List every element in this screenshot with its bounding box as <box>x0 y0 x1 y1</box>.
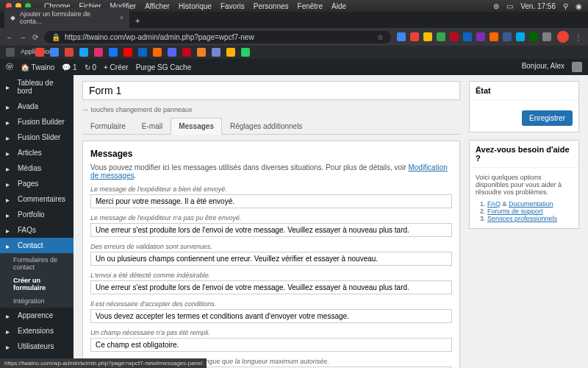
sidebar-item-commentaires[interactable]: ▸Commentaires <box>0 191 74 207</box>
bookmark-icon[interactable] <box>79 48 88 57</box>
star-icon[interactable]: ☆ <box>377 33 384 41</box>
ext-icon[interactable] <box>463 32 472 41</box>
sidebar-item-faqs[interactable]: ▸FAQs <box>0 222 74 238</box>
new-tab-button[interactable]: + <box>129 13 146 28</box>
help-link-item: Forums de support <box>487 208 573 215</box>
field-input[interactable] <box>90 223 452 237</box>
field-input[interactable] <box>90 309 452 323</box>
sidebar-item-fusion-slider[interactable]: ▸Fusion Slider <box>0 130 74 145</box>
ext-icon[interactable] <box>423 32 432 41</box>
ext-icon[interactable] <box>490 32 498 41</box>
bookmark-icon[interactable] <box>50 48 59 57</box>
siri-icon[interactable]: ◉ <box>576 2 582 10</box>
field-input[interactable] <box>90 194 452 208</box>
sidebar-item-apparence[interactable]: ▸Apparence <box>0 308 74 323</box>
sidebar-item-label: Pages <box>18 180 38 188</box>
tab-réglages-additionnels[interactable]: Réglages additionnels <box>222 118 310 134</box>
menu-item[interactable]: Personnes <box>254 2 289 10</box>
purge-cache-link[interactable]: Purge SG Cache <box>136 63 192 71</box>
ext-icon[interactable] <box>450 32 459 41</box>
bookmarks-label[interactable]: Applications <box>21 48 29 57</box>
ext-icon[interactable] <box>476 32 485 41</box>
message-field: Le message de l'expéditeur n'a pas pu êt… <box>90 214 452 237</box>
tab-messages[interactable]: Messages <box>171 118 222 135</box>
sidebar-item-label: Avada <box>18 102 38 110</box>
ext-icon[interactable] <box>437 32 445 41</box>
ext-icon[interactable] <box>410 32 419 41</box>
bookmark-icon[interactable] <box>241 48 250 57</box>
bookmark-icon[interactable] <box>168 48 176 57</box>
comments-link[interactable]: 💬 1 <box>62 63 76 71</box>
faq-icon: ▸ <box>6 227 13 234</box>
sidebar-item-extensions[interactable]: ▸Extensions <box>0 323 74 339</box>
updates-link[interactable]: ↻ 0 <box>85 63 96 71</box>
bookmark-icon[interactable] <box>197 48 206 57</box>
site-link[interactable]: 🏠 Twaino <box>21 63 54 71</box>
field-input[interactable] <box>90 280 452 294</box>
menu-item[interactable]: Historique <box>179 2 212 10</box>
address-bar[interactable]: 🔒 https://twaino.com/wp-admin/admin.php?… <box>44 31 391 43</box>
bookmark-icon[interactable] <box>226 48 235 57</box>
ext-icon[interactable] <box>397 32 406 41</box>
help-link[interactable]: Services professionnels <box>487 215 557 222</box>
field-label: Des erreurs de validation sont survenues… <box>90 243 452 250</box>
avatar[interactable] <box>572 62 582 72</box>
reload-button[interactable]: ⟳ <box>32 33 38 41</box>
battery-icon[interactable]: ▭ <box>506 2 513 10</box>
bookmark-icon[interactable] <box>153 48 162 57</box>
close-tab-icon[interactable]: × <box>120 14 123 21</box>
sidebar-subitem[interactable]: Intégration <box>0 294 74 308</box>
tab-e-mail[interactable]: E-mail <box>134 118 171 134</box>
sidebar-item-articles[interactable]: ▸Articles <box>0 145 74 160</box>
sidebar-item-médias[interactable]: ▸Médias <box>0 160 74 176</box>
form-title-input[interactable] <box>82 81 460 100</box>
sidebar-subitem[interactable]: Formulaires de contact <box>0 253 74 274</box>
ext-icon[interactable] <box>529 32 538 41</box>
sidebar-item-contact[interactable]: ▸Contact <box>0 238 74 253</box>
sidebar-subitem[interactable]: Créer un formulaire <box>0 274 74 294</box>
field-input[interactable] <box>90 252 452 266</box>
ext-icon[interactable] <box>542 32 551 41</box>
sidebar-item-label: Fusion Slider <box>18 133 60 141</box>
save-button[interactable]: Enregistrer <box>522 110 573 126</box>
chrome-menu-icon[interactable]: ⋮ <box>575 33 582 41</box>
fs-icon: ▸ <box>6 134 13 141</box>
menu-item[interactable]: Aide <box>331 2 346 10</box>
menu-item[interactable]: Fenêtre <box>298 2 323 10</box>
help-box: Avez-vous besoin d'aide ? Voici quelques… <box>469 140 579 229</box>
brush-icon: ▸ <box>6 312 13 319</box>
sidebar-item-portfolio[interactable]: ▸Portfolio <box>0 207 74 222</box>
apps-icon[interactable] <box>6 48 15 57</box>
bookmark-icon[interactable] <box>35 48 44 57</box>
field-input[interactable] <box>90 338 452 352</box>
wifi-icon[interactable]: ⊚ <box>493 2 499 10</box>
back-button[interactable]: ← <box>6 33 13 41</box>
ext-icon[interactable] <box>503 32 512 41</box>
new-link[interactable]: + Créer <box>104 63 129 71</box>
ext-icon[interactable] <box>516 32 525 41</box>
bookmark-icon[interactable] <box>123 48 132 57</box>
greeting[interactable]: Bonjour, Alex <box>522 62 564 72</box>
menu-item[interactable]: Favoris <box>220 2 245 10</box>
bookmark-icon[interactable] <box>94 48 103 57</box>
menu-item[interactable]: Afficher <box>145 2 170 10</box>
bookmark-icon[interactable] <box>65 48 74 57</box>
wp-logo-icon[interactable]: ⓦ <box>6 62 13 72</box>
forward-button[interactable]: → <box>19 33 26 41</box>
bookmark-icon[interactable] <box>212 48 220 57</box>
bookmark-icon[interactable] <box>182 48 191 57</box>
sidebar-item-utilisateurs[interactable]: ▸Utilisateurs <box>0 339 74 354</box>
help-link[interactable]: Forums de support <box>487 208 543 215</box>
sidebar-item-fusion-builder[interactable]: ▸Fusion Builder <box>0 114 74 130</box>
profile-avatar[interactable] <box>557 31 569 43</box>
sidebar-item-pages[interactable]: ▸Pages <box>0 176 74 191</box>
help-link[interactable]: FAQ <box>487 200 501 208</box>
help-link[interactable]: Documentation <box>509 200 553 208</box>
bookmark-icon[interactable] <box>109 48 118 57</box>
spotlight-icon[interactable]: ⚲ <box>563 2 568 10</box>
tab-formulaire[interactable]: Formulaire <box>82 118 134 134</box>
browser-tab[interactable]: ◆ Ajouter un formulaire de conta... × <box>4 7 129 28</box>
sidebar-item-avada[interactable]: ▸Avada <box>0 99 74 114</box>
sidebar-item-tableau-de-bord[interactable]: ▸Tableau de bord <box>0 75 74 99</box>
bookmark-icon[interactable] <box>138 48 147 57</box>
